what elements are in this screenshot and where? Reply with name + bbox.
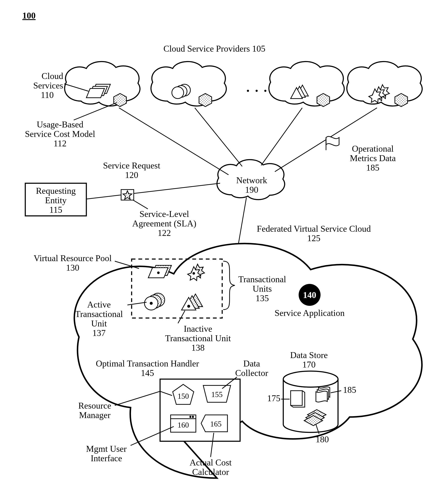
fed-ref: 125 <box>307 233 321 243</box>
acc-l1: Actual Cost <box>189 458 232 467</box>
svg-rect-27 <box>192 416 194 418</box>
ds175: 175 <box>267 393 280 403</box>
svg-marker-9 <box>317 93 330 107</box>
cloud-services-l2: Services <box>33 81 63 90</box>
itu-ref: 138 <box>191 343 205 352</box>
cloud-b: Cloud B 107 <box>151 62 226 107</box>
cloud-y: Cloud Y 108 <box>269 62 344 107</box>
cloud-services-l1: Cloud <box>42 71 63 81</box>
svcapp-l1: Service Application <box>275 308 345 318</box>
sla-ref: 122 <box>158 228 171 238</box>
mui-l1: Mgmt User <box>86 444 127 454</box>
opmetrics-ref: 185 <box>366 163 379 172</box>
opmetrics-l1: Operational <box>352 144 394 153</box>
req-ref: 115 <box>49 205 62 215</box>
dc-l2: Collector <box>235 368 268 378</box>
svcapp-ref: 140 <box>303 290 316 300</box>
usage-ref: 112 <box>54 139 66 148</box>
atu-l2: Transactional <box>75 309 123 319</box>
ref155: 155 <box>211 390 223 399</box>
mui-l2: Interface <box>90 453 122 463</box>
fed-l1: Federated Virtual Service Cloud <box>257 224 371 234</box>
cloud-z: Cloud Z 109 <box>347 62 422 107</box>
ref160: 160 <box>178 421 189 429</box>
opmetrics-l2: Metrics Data <box>350 153 396 163</box>
window-160: 160 <box>170 415 196 432</box>
sla-l1: Service-Level <box>139 209 189 219</box>
itu-l1: Inactive <box>184 324 212 334</box>
dc-l1: Data <box>243 359 260 368</box>
cloud-services-ref: 110 <box>41 90 54 100</box>
svg-point-29 <box>283 371 338 387</box>
network-cloud: Network 190 <box>217 160 285 200</box>
usage-l1: Usage-Based <box>37 120 83 129</box>
vrp-l1: Virtual Resource Pool <box>34 253 112 263</box>
tu-l2: Units <box>252 284 272 294</box>
tag-165: 165 <box>201 415 227 432</box>
ds-ref: 170 <box>303 360 316 369</box>
svg-marker-8 <box>199 93 212 107</box>
svg-point-19 <box>150 302 153 305</box>
tu-l1: Transactional <box>238 274 286 284</box>
svg-marker-4 <box>114 93 126 107</box>
svg-point-20 <box>187 305 190 308</box>
acc-l2: Calculator <box>192 467 229 477</box>
svcreq-ref: 120 <box>125 170 138 180</box>
atu-ref: 137 <box>92 328 106 338</box>
network-ref: 190 <box>245 185 259 195</box>
ds180: 180 <box>316 434 329 444</box>
ds-l1: Data Store <box>290 350 328 360</box>
svg-point-15 <box>193 272 195 275</box>
usage-l2: Service Cost Model <box>25 129 95 139</box>
ref150: 150 <box>178 392 189 400</box>
data-store-cylinder <box>283 371 338 432</box>
oth-ref: 145 <box>141 368 154 378</box>
ref165: 165 <box>210 420 222 428</box>
svg-point-14 <box>157 271 160 274</box>
oth-l1: Optimal Transaction Handler <box>96 359 199 368</box>
req-l2: Entity <box>45 196 67 205</box>
itu-l2: Transactional Unit <box>165 333 231 343</box>
trapezoid-155: 155 <box>203 386 231 402</box>
svcreq-l1: Service Request <box>103 161 160 170</box>
svg-rect-26 <box>189 416 191 418</box>
sla-l2: Agreement (SLA) <box>132 219 196 228</box>
ellipsis: • • • <box>246 86 268 96</box>
ds185: 185 <box>343 385 356 395</box>
vrp-ref: 130 <box>66 263 79 272</box>
flag-icon <box>326 136 339 150</box>
svg-marker-10 <box>395 93 408 107</box>
tu-ref: 135 <box>256 293 269 303</box>
sla-icon <box>121 189 134 200</box>
svg-point-7 <box>172 87 184 99</box>
rm-l2: Manager <box>79 410 110 420</box>
requesting-entity: Requesting Entity 115 <box>25 183 86 216</box>
atu-l1: Active <box>87 300 111 309</box>
title: Cloud Service Providers 105 <box>163 44 265 54</box>
atu-l3: Unit <box>91 319 107 328</box>
rm-l1: Resource <box>78 401 111 411</box>
req-l1: Requesting <box>36 186 76 196</box>
network-l1: Network <box>236 175 267 185</box>
figure-number: 100 <box>22 11 36 20</box>
cloud-a: Cloud A 106 <box>65 62 140 107</box>
